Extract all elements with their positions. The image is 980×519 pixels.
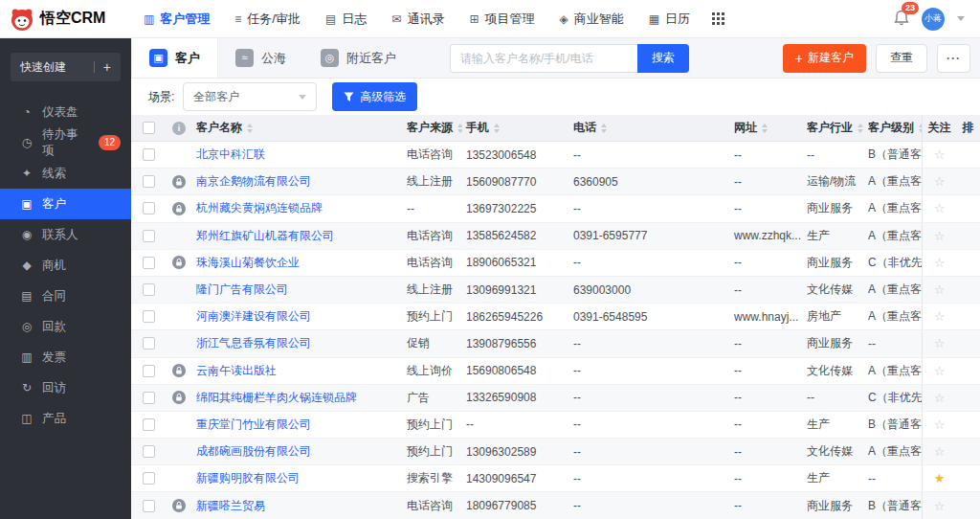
sidebar-item-contacts[interactable]: ◉ 联系人 <box>0 219 131 250</box>
customer-name-link[interactable]: 隆门广告有限公司 <box>196 282 288 298</box>
customer-name-link[interactable]: 南京企鹅物流有限公司 <box>196 173 311 190</box>
star-icon[interactable]: ☆ <box>934 445 946 458</box>
star-icon[interactable]: ☆ <box>934 257 946 269</box>
star-icon[interactable]: ☆ <box>934 202 946 214</box>
row-checkbox[interactable] <box>143 365 155 377</box>
table-row[interactable]: 北京中科汇联 电话咨询 13523006548 -- -- -- B（普通客户）… <box>131 142 980 169</box>
star-icon[interactable]: ☆ <box>934 175 946 188</box>
star-icon[interactable]: ★ <box>934 472 946 485</box>
sort-icon[interactable] <box>762 124 768 133</box>
notification-bell-icon[interactable]: 23 <box>894 10 909 29</box>
advanced-filter-button[interactable]: 高级筛选 <box>332 82 417 111</box>
sort-icon[interactable] <box>247 124 253 133</box>
search-input[interactable] <box>450 44 637 73</box>
customer-name-link[interactable]: 重庆堂门竹业有限公司 <box>196 417 311 433</box>
table-row[interactable]: 河南澳洋建设有限公司 预约上门 186265945226 0391-654859… <box>131 304 980 330</box>
table-row[interactable]: 南京企鹅物流有限公司 线上注册 15609087770 6360905 -- 运… <box>131 169 980 195</box>
row-checkbox[interactable] <box>143 500 155 512</box>
star-icon[interactable]: ☆ <box>934 283 946 296</box>
select-all-checkbox[interactable] <box>143 122 155 134</box>
sidebar-item-visits[interactable]: ↻ 回访 <box>0 372 131 403</box>
star-icon[interactable]: ☆ <box>934 148 946 161</box>
star-icon[interactable]: ☆ <box>934 310 946 323</box>
table-row[interactable]: 浙江气息香氛有限公司 促销 13908796556 -- -- 商业服务 -- … <box>131 330 980 357</box>
tab-public-sea[interactable]: ≈ 公海 <box>218 38 303 78</box>
search-button[interactable]: 搜索 <box>637 44 689 73</box>
customer-name-link[interactable]: 郑州红旗矿山机器有限公司 <box>196 228 334 244</box>
nav-item-log[interactable]: ▤ 日志 <box>313 0 379 37</box>
customer-name-link[interactable]: 新疆购明胶有限公司 <box>196 470 300 486</box>
row-checkbox[interactable] <box>143 337 155 350</box>
row-checkbox[interactable] <box>143 392 155 404</box>
customer-name-link[interactable]: 绵阳其纯栅栏羊肉火锅连锁品牌 <box>196 390 357 406</box>
nav-item-calendar[interactable]: ▦ 日历 <box>636 0 702 37</box>
sidebar-item-opportunities[interactable]: ◆ 商机 <box>0 250 131 281</box>
row-checkbox[interactable] <box>143 445 155 458</box>
sidebar-item-todo[interactable]: ◷ 待办事项 12 <box>0 127 131 158</box>
sort-icon[interactable] <box>858 124 863 133</box>
row-checkbox[interactable] <box>143 230 155 242</box>
star-icon[interactable]: ☆ <box>934 418 946 431</box>
customer-name-link[interactable]: 北京中科汇联 <box>196 147 265 163</box>
row-checkbox[interactable] <box>143 310 155 323</box>
customer-name-link[interactable]: 新疆嗒兰贸易 <box>196 498 265 514</box>
column-header-mobile[interactable]: 手机 <box>462 120 569 136</box>
sidebar-item-products[interactable]: ◫ 产品 <box>0 403 131 434</box>
sidebar-item-invoices[interactable]: ▥ 发票 <box>0 342 131 372</box>
logo[interactable]: 悟空CRM <box>0 7 131 32</box>
star-icon[interactable]: ☆ <box>934 500 946 512</box>
table-row[interactable]: 成都碗画股份有限公司 预约上门 13096302589 -- -- 文化传媒 A… <box>131 439 980 465</box>
column-header-follow[interactable]: 关注 <box>922 115 956 141</box>
nav-item-business-intelligence[interactable]: ◈ 商业智能 <box>546 0 635 37</box>
check-duplicate-button[interactable]: 查重 <box>876 44 927 73</box>
row-checkbox[interactable] <box>143 418 155 431</box>
star-icon[interactable]: ☆ <box>934 230 946 242</box>
table-row[interactable]: 郑州红旗矿山机器有限公司 电话咨询 13585624582 0391-65957… <box>131 223 980 250</box>
tab-nearby-customers[interactable]: ◎ 附近客户 <box>303 38 413 78</box>
table-row[interactable]: 隆门广告有限公司 线上注册 13096991321 639003000 -- 文… <box>131 277 980 304</box>
sidebar-item-leads[interactable]: ✦ 线索 <box>0 158 131 189</box>
new-customer-button[interactable]: + 新建客户 <box>783 44 866 73</box>
sidebar-item-customers[interactable]: ▣ 客户 <box>0 189 131 219</box>
customer-name-link[interactable]: 成都碗画股份有限公司 <box>196 443 311 460</box>
customer-name-link[interactable]: 云南午读出版社 <box>196 363 277 379</box>
column-header-phone[interactable]: 电话 <box>569 120 730 136</box>
sort-icon[interactable] <box>494 124 500 133</box>
table-row[interactable]: 重庆堂门竹业有限公司 预约上门 -- -- -- 生产 B（普通客户） ☆ <box>131 412 980 439</box>
customer-name-link[interactable]: 珠海溪山菊餐饮企业 <box>196 255 300 271</box>
quick-create-plus-icon[interactable]: + <box>103 60 111 74</box>
column-header-level[interactable]: 客户级别 <box>864 120 922 136</box>
star-icon[interactable]: ☆ <box>934 392 946 404</box>
row-checkbox[interactable] <box>143 148 155 161</box>
star-icon[interactable]: ☆ <box>934 365 946 377</box>
table-row[interactable]: 云南午读出版社 线上询价 15690806548 -- -- 文化传媒 A（重点… <box>131 358 980 385</box>
row-checkbox[interactable] <box>143 202 155 214</box>
user-avatar[interactable]: 小蒋 <box>922 8 945 31</box>
row-checkbox[interactable] <box>143 175 155 188</box>
table-row[interactable]: 杭州藏尖黄焖鸡连锁品牌 -- 13697302225 -- -- 商业服务 A（… <box>131 195 980 222</box>
more-actions-button[interactable]: ··· <box>937 44 970 73</box>
table-row[interactable]: 珠海溪山菊餐饮企业 电话咨询 18906065321 -- -- 商业服务 C（… <box>131 250 980 277</box>
tab-customer[interactable]: ▣ 客户 <box>131 38 218 78</box>
row-checkbox[interactable] <box>143 283 155 296</box>
column-header-sort[interactable]: 排 <box>956 115 980 141</box>
nav-item-project-management[interactable]: ⊞ 项目管理 <box>457 0 546 37</box>
column-header-source[interactable]: 客户来源 <box>403 120 462 136</box>
row-checkbox[interactable] <box>143 257 155 269</box>
quick-create-button[interactable]: 快速创建 + <box>11 53 121 81</box>
nav-item-tasks-approval[interactable]: ≡ 任务/审批 <box>222 0 313 37</box>
column-header-website[interactable]: 网址 <box>730 120 803 136</box>
row-checkbox[interactable] <box>143 472 155 485</box>
sidebar-item-payments[interactable]: ◎ 回款 <box>0 311 131 342</box>
scene-select[interactable]: 全部客户 <box>183 82 317 111</box>
table-row[interactable]: 绵阳其纯栅栏羊肉火锅连锁品牌 广告 13326590908 -- -- -- C… <box>131 385 980 412</box>
sidebar-item-dashboard[interactable]: ◔ 仪表盘 <box>0 97 131 127</box>
apps-grid-icon[interactable] <box>712 12 724 25</box>
customer-name-link[interactable]: 杭州藏尖黄焖鸡连锁品牌 <box>196 200 323 216</box>
customer-name-link[interactable]: 河南澳洋建设有限公司 <box>196 308 311 325</box>
column-header-customer-name[interactable]: 客户名称 <box>192 120 403 136</box>
table-row[interactable]: 新疆购明胶有限公司 搜索引擎 14309096547 -- -- 生产 -- ★ <box>131 465 980 492</box>
table-row[interactable]: 新疆嗒兰贸易 电话咨询 18096779085 -- -- 商业服务 B（普通客… <box>131 492 980 519</box>
nav-item-customer-management[interactable]: ▥ 客户管理 <box>131 0 222 37</box>
user-menu-chevron-icon[interactable] <box>957 16 965 21</box>
